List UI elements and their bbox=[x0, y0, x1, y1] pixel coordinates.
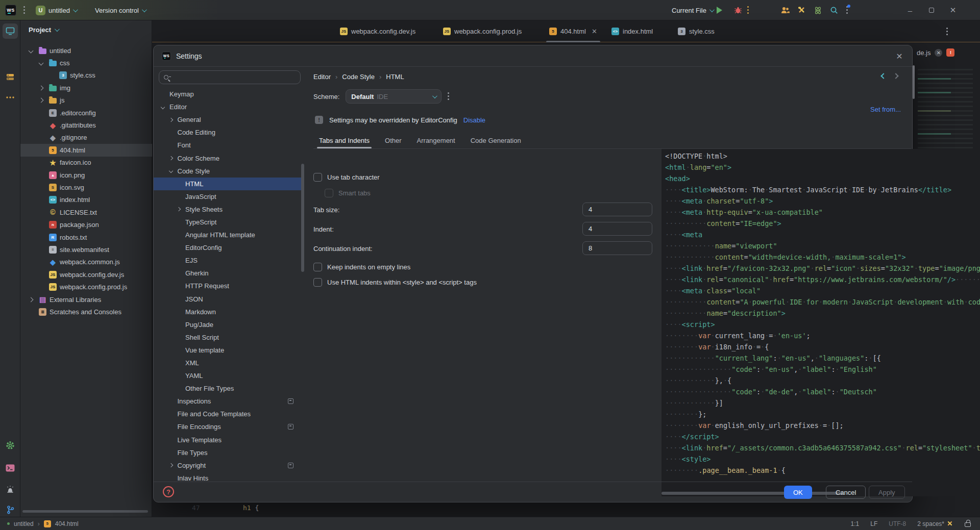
project-tree-item[interactable]: 5404.html bbox=[20, 144, 152, 156]
settings-nav-item[interactable]: Code Style bbox=[154, 165, 302, 178]
use-tab-character-checkbox[interactable]: Use tab character bbox=[313, 173, 380, 182]
settings-nav-item[interactable]: Inspections bbox=[154, 395, 302, 408]
settings-nav-item[interactable]: Copyright bbox=[154, 459, 302, 472]
lock-icon[interactable] bbox=[965, 522, 971, 527]
settings-nav-item[interactable]: Font bbox=[154, 139, 302, 152]
settings-nav-item[interactable]: JSON bbox=[154, 293, 302, 306]
settings-nav-item[interactable]: Style Sheets bbox=[154, 203, 302, 216]
project-tree-item[interactable]: css bbox=[20, 57, 152, 69]
close-icon[interactable]: ✕ bbox=[592, 28, 597, 35]
breadcrumb-item[interactable]: Editor bbox=[313, 73, 331, 81]
project-tree-item[interactable]: untitled bbox=[20, 44, 152, 57]
tab-arrangement[interactable]: Arrangement bbox=[417, 133, 455, 147]
tab-code-generation[interactable]: Code Generation bbox=[471, 133, 521, 147]
git-tool-button[interactable] bbox=[3, 502, 18, 517]
project-tree-item[interactable]: ≡site.webmanifest bbox=[20, 243, 152, 256]
forward-icon[interactable] bbox=[893, 73, 898, 79]
dialog-header[interactable]: WS Settings bbox=[154, 45, 912, 67]
html-indents-checkbox[interactable]: Use HTML indents within <style> and <scr… bbox=[313, 278, 477, 287]
project-tree-item[interactable]: JSwebpack.config.prod.js bbox=[20, 281, 152, 293]
settings-nav-item[interactable]: Live Templates bbox=[154, 434, 302, 446]
chevron-right-icon[interactable] bbox=[168, 463, 173, 467]
project-tree-item[interactable]: ◆.gitignore bbox=[20, 132, 152, 144]
project-widget[interactable]: U untitled bbox=[36, 0, 77, 20]
project-horizontal-scrollbar[interactable] bbox=[22, 510, 148, 513]
tab-list-options-button[interactable] bbox=[946, 21, 948, 42]
notifications-tool-button[interactable] bbox=[3, 482, 18, 497]
disable-link[interactable]: Disable bbox=[463, 116, 485, 124]
settings-nav-item[interactable]: Pug/Jade bbox=[154, 318, 302, 331]
settings-nav-item[interactable]: HTML bbox=[154, 178, 302, 190]
file-encoding[interactable]: UTF-8 bbox=[889, 520, 906, 527]
settings-nav-scrollbar[interactable] bbox=[301, 164, 304, 272]
project-tree-item[interactable]: ▴icon.png bbox=[20, 169, 152, 181]
main-menu-button[interactable] bbox=[23, 0, 26, 20]
chevron-down-icon[interactable] bbox=[168, 169, 173, 173]
settings-nav-item[interactable]: Editor bbox=[154, 100, 302, 113]
project-panel-header[interactable]: Project bbox=[29, 26, 58, 34]
scheme-actions-button[interactable] bbox=[448, 92, 450, 100]
settings-nav-item[interactable]: Inlay Hints bbox=[154, 472, 302, 481]
settings-nav-item[interactable]: Markdown bbox=[154, 306, 302, 318]
more-tool-windows-button[interactable] bbox=[3, 90, 18, 105]
settings-nav-item[interactable]: Color Scheme bbox=[154, 152, 302, 164]
chevron-right-icon[interactable] bbox=[39, 98, 44, 103]
tab-tabs-and-indents[interactable]: Tabs and Indents bbox=[319, 133, 370, 147]
caret-position[interactable]: 1:1 bbox=[851, 520, 860, 527]
settings-nav-item[interactable]: Vue template bbox=[154, 344, 302, 357]
indent-widget[interactable]: 2 spaces* bbox=[917, 520, 953, 527]
settings-search-input[interactable] bbox=[159, 70, 301, 84]
code-with-me-button[interactable] bbox=[781, 0, 790, 20]
project-tree-item[interactable]: Rrobots.txt bbox=[20, 231, 152, 243]
continuation-indent-input[interactable]: 8 bbox=[582, 241, 652, 255]
more-run-actions-button[interactable] bbox=[747, 0, 749, 20]
ai-assistant-button[interactable] bbox=[814, 0, 822, 20]
line-ending[interactable]: LF bbox=[870, 520, 877, 527]
settings-nav-item[interactable]: Keymap bbox=[154, 88, 302, 100]
project-tree-item[interactable]: ≣Scratches and Consoles bbox=[20, 306, 152, 318]
status-breadcrumb[interactable]: untitled › 5 404.html bbox=[7, 520, 79, 527]
close-button[interactable]: ✕ bbox=[944, 0, 962, 20]
project-tree-item[interactable]: 3style.css bbox=[20, 69, 152, 82]
editor-tab[interactable]: JSwebpack.config.prod.js bbox=[443, 20, 522, 42]
project-tree-item[interactable]: E.editorconfig bbox=[20, 107, 152, 119]
editor-tab[interactable]: 5404.html✕ bbox=[549, 20, 597, 42]
project-tree-item[interactable]: ▤External Libraries bbox=[20, 293, 152, 306]
minimize-button[interactable]: – bbox=[901, 0, 919, 20]
breadcrumb-item[interactable]: Code Style bbox=[342, 73, 375, 81]
ok-button[interactable]: OK bbox=[784, 486, 812, 499]
chevron-right-icon[interactable] bbox=[39, 85, 44, 90]
build-tools-button[interactable] bbox=[797, 0, 806, 20]
chevron-right-icon[interactable] bbox=[177, 207, 181, 211]
search-everywhere-button[interactable] bbox=[830, 0, 838, 20]
vcs-widget[interactable]: Version control bbox=[95, 0, 145, 20]
services-tool-button[interactable] bbox=[3, 438, 18, 453]
dialog-close-button[interactable]: ✕ bbox=[894, 51, 905, 62]
project-tree-item[interactable]: JSwebpack.config.dev.js bbox=[20, 268, 152, 281]
settings-nav-item[interactable]: File Types bbox=[154, 446, 302, 459]
settings-nav-item[interactable]: General bbox=[154, 113, 302, 126]
project-tree-item[interactable]: ©LICENSE.txt bbox=[20, 206, 152, 218]
set-from-link[interactable]: Set from... bbox=[870, 106, 901, 113]
settings-menu-button[interactable] bbox=[846, 0, 848, 20]
settings-nav-item[interactable]: Other File Types bbox=[154, 382, 302, 395]
project-tree-item[interactable]: Sicon.svg bbox=[20, 181, 152, 193]
settings-nav-item[interactable]: Gherkin bbox=[154, 267, 302, 280]
breadcrumb-item[interactable]: HTML bbox=[386, 73, 404, 81]
settings-nav-item[interactable]: HTTP Request bbox=[154, 280, 302, 292]
help-button[interactable]: ? bbox=[163, 486, 174, 497]
settings-nav-item[interactable]: File Encodings bbox=[154, 420, 302, 433]
terminal-tool-button[interactable] bbox=[3, 460, 18, 475]
split-scrollbar[interactable] bbox=[913, 65, 915, 99]
tab-other[interactable]: Other bbox=[385, 133, 402, 147]
debug-button[interactable] bbox=[734, 0, 742, 20]
settings-nav-item[interactable]: YAML bbox=[154, 369, 302, 382]
close-icon[interactable]: ✕ bbox=[935, 49, 942, 57]
settings-nav-item[interactable]: EJS bbox=[154, 254, 302, 267]
project-tree-item[interactable]: <>index.html bbox=[20, 194, 152, 206]
maximize-button[interactable] bbox=[923, 0, 940, 20]
project-tree-item[interactable]: ★favicon.ico bbox=[20, 157, 152, 169]
indent-input[interactable]: 4 bbox=[582, 222, 652, 236]
project-tree-item[interactable]: ◆webpack.common.js bbox=[20, 256, 152, 268]
project-tree-item[interactable]: img bbox=[20, 82, 152, 94]
